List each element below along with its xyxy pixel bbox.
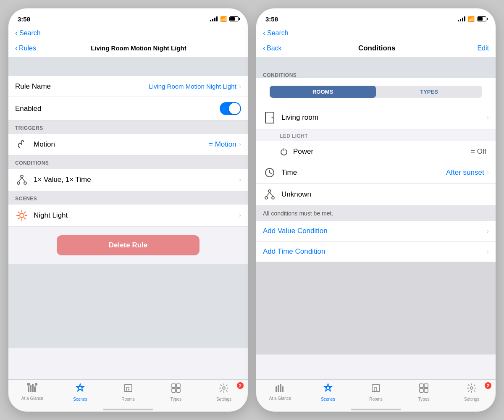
battery-icon-1 <box>229 16 239 21</box>
time-row[interactable]: Time After sunset › <box>256 162 496 184</box>
phone-1: 3:58 📶 ‹ Search <box>8 8 248 412</box>
scenes-night-light-row[interactable]: Night Light › <box>8 205 248 227</box>
tab-label-rooms-1: Rooms <box>121 397 135 402</box>
unknown-row[interactable]: Unknown <box>256 184 496 206</box>
types-tab-icon-1 <box>171 383 181 396</box>
tab-label-at-a-glance-2: At a Glance <box>269 396 291 401</box>
conditions-header-text-1: CONDITIONS <box>15 160 49 166</box>
svg-rect-50 <box>420 384 423 388</box>
search-nav-1: ‹ Search <box>8 27 248 41</box>
tab-types-1[interactable]: Types <box>152 383 200 402</box>
power-row[interactable]: Power = Off <box>256 141 496 162</box>
time-value: After sunset <box>446 168 484 177</box>
sun-icon <box>15 210 29 221</box>
nav-back-label-2[interactable]: Back <box>267 45 282 52</box>
conditions-chevron: › <box>239 176 241 184</box>
svg-point-1 <box>17 182 20 184</box>
add-value-condition-row[interactable]: Add Value Condition › <box>256 221 496 242</box>
svg-line-10 <box>18 212 20 213</box>
nav-back-label-1[interactable]: Rules <box>19 45 36 52</box>
segment-types-btn[interactable]: TYPES <box>376 86 482 98</box>
rule-name-value: Living Room Motion Night Light <box>149 83 236 90</box>
gray-header-2: CONDITIONS <box>256 57 496 78</box>
scenes-tab-icon-2 <box>323 383 333 396</box>
conditions-row[interactable]: 1× Value, 1× Time › <box>8 169 248 191</box>
tab-label-types-1: Types <box>171 397 182 402</box>
tab-bar-1: At a Glance Scenes <box>8 379 248 408</box>
nav-back-1[interactable]: ‹ Rules <box>15 44 36 52</box>
settings-badge-1: 2 <box>237 382 244 389</box>
tab-scenes-2[interactable]: Scenes <box>304 383 352 402</box>
tab-at-a-glance-1[interactable]: At a Glance <box>8 383 56 401</box>
motion-label: Motion <box>34 140 55 149</box>
tab-rooms-1[interactable]: Rooms <box>104 383 152 402</box>
living-room-row[interactable]: Living room › <box>256 106 496 129</box>
motion-icon <box>15 139 29 150</box>
segment-wrapper: ROOMS TYPES <box>256 78 496 106</box>
search-back-2[interactable]: ‹ Search <box>263 29 289 37</box>
svg-point-37 <box>265 197 268 199</box>
tab-label-settings-2: Settings <box>464 397 479 402</box>
rule-name-label: Rule Name <box>15 82 53 91</box>
tab-types-2[interactable]: Types <box>400 383 448 402</box>
svg-rect-16 <box>32 384 34 392</box>
rule-name-row[interactable]: Rule Name Living Room Motion Night Light… <box>8 76 248 97</box>
nav-back-2[interactable]: ‹ Back <box>263 44 282 52</box>
power-icon <box>280 147 288 156</box>
status-bar-1: 3:58 📶 <box>8 8 248 27</box>
tab-scenes-1[interactable]: Scenes <box>56 383 104 402</box>
delete-rule-button[interactable]: Delete Rule <box>57 235 200 255</box>
segment-rooms-btn[interactable]: ROOMS <box>270 86 376 98</box>
svg-line-39 <box>266 192 270 197</box>
nav-back-chevron-1: ‹ <box>15 44 18 52</box>
living-room-chevron: › <box>487 114 489 121</box>
at-a-glance-icon-2 <box>275 383 285 395</box>
svg-rect-14 <box>28 386 29 392</box>
svg-point-29 <box>223 387 225 389</box>
settings-tab-icon-2 <box>467 383 477 396</box>
door-icon <box>263 111 276 124</box>
svg-rect-25 <box>172 384 176 388</box>
svg-point-5 <box>20 213 24 218</box>
status-icons-2: 📶 <box>458 16 486 22</box>
svg-point-32 <box>272 117 273 118</box>
time-label: Time <box>281 168 297 177</box>
triggers-motion-row[interactable]: Motion = Motion › <box>8 134 248 155</box>
search-back-label-2[interactable]: Search <box>267 29 289 37</box>
svg-rect-51 <box>424 384 428 388</box>
nav-edit-button[interactable]: Edit <box>472 45 489 52</box>
svg-line-11 <box>24 218 26 219</box>
led-light-subheader: LED LIGHT <box>256 129 496 141</box>
svg-point-2 <box>24 182 26 184</box>
battery-icon-2 <box>477 16 486 21</box>
settings-tab-icon-1 <box>219 383 229 396</box>
svg-point-24 <box>128 389 129 390</box>
rooms-tab-icon-1 <box>123 383 133 396</box>
add-time-condition-row[interactable]: Add Time Condition › <box>256 242 496 262</box>
enabled-row[interactable]: Enabled <box>8 97 248 121</box>
segment-control: ROOMS TYPES <box>270 86 482 98</box>
gray-space-1 <box>8 264 248 348</box>
signal-icon-2 <box>458 16 465 21</box>
time-icon <box>263 167 276 178</box>
tab-rooms-2[interactable]: Rooms <box>352 383 400 402</box>
add-time-condition-label: Add Time Condition <box>263 247 487 256</box>
rule-name-chevron: › <box>239 83 241 90</box>
svg-line-3 <box>18 178 22 182</box>
tab-settings-2[interactable]: 2 Settings <box>448 383 496 402</box>
wifi-icon-1: 📶 <box>220 16 227 22</box>
content-1: Rule Name Living Room Motion Night Light… <box>8 57 248 379</box>
enabled-label: Enabled <box>15 105 41 113</box>
tab-at-a-glance-2[interactable]: At a Glance <box>256 383 304 401</box>
svg-point-36 <box>268 190 271 192</box>
conditions-section-header-2: CONDITIONS <box>263 72 297 78</box>
enabled-toggle[interactable] <box>220 102 241 115</box>
search-back-1[interactable]: ‹ Search <box>15 29 41 37</box>
svg-line-4 <box>22 178 25 182</box>
search-back-label-1[interactable]: Search <box>19 29 41 37</box>
tab-settings-1[interactable]: 2 Settings <box>200 383 248 402</box>
gray-bottom-2 <box>256 262 496 354</box>
power-label: Power <box>293 147 313 156</box>
add-value-chevron: › <box>487 227 489 235</box>
svg-rect-52 <box>420 388 423 392</box>
